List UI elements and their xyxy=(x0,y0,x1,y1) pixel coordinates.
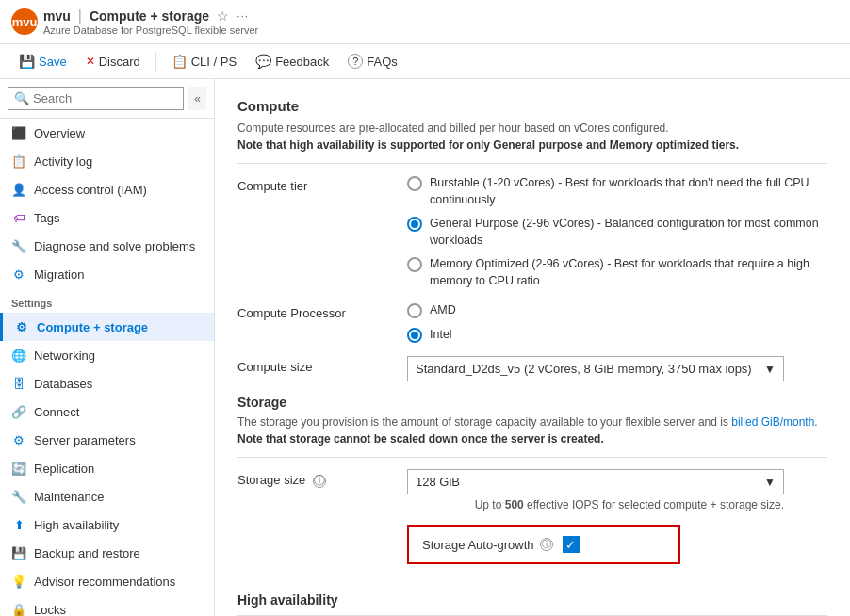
radio-intel[interactable]: Intel xyxy=(407,327,827,344)
sidebar-item-diagnose[interactable]: 🔧 Diagnose and solve problems xyxy=(0,232,214,260)
networking-icon: 🌐 xyxy=(11,348,26,363)
more-icon[interactable]: ··· xyxy=(237,9,249,23)
sidebar-item-label: Connect xyxy=(34,405,79,419)
sidebar-item-access-control[interactable]: 👤 Access control (IAM) xyxy=(0,175,214,203)
sidebar-item-label: Compute + storage xyxy=(37,320,148,334)
storage-size-row: Storage size ⓘ 128 GiB ▼ Up to 500 effec… xyxy=(237,469,827,511)
cli-button[interactable]: 📋 CLI / PS xyxy=(164,50,244,73)
storage-desc1-text: The storage you provision is the amount … xyxy=(237,415,818,429)
radio-burstable-circle xyxy=(407,176,422,191)
sidebar-item-label: Overview xyxy=(34,126,85,140)
compute-processor-control: AMD Intel xyxy=(407,302,827,343)
tags-icon: 🏷 xyxy=(11,210,26,225)
feedback-label: Feedback xyxy=(275,55,329,69)
sidebar-item-label: Maintenance xyxy=(34,490,104,504)
faqs-icon: ? xyxy=(348,54,363,69)
sidebar-item-connect[interactable]: 🔗 Connect xyxy=(0,397,214,426)
backup-restore-icon: 💾 xyxy=(11,545,26,560)
content-area: Compute Compute resources are pre-alloca… xyxy=(215,79,850,616)
compute-size-value: Standard_D2ds_v5 (2 vCores, 8 GiB memory… xyxy=(416,362,764,376)
sidebar-item-replication[interactable]: 🔄 Replication xyxy=(0,454,214,482)
sidebar-item-networking[interactable]: 🌐 Networking xyxy=(0,341,214,369)
maintenance-icon: 🔧 xyxy=(11,489,26,504)
feedback-button[interactable]: 💬 Feedback xyxy=(248,50,336,73)
compute-processor-radio-group: AMD Intel xyxy=(407,302,827,343)
storage-divider xyxy=(237,457,827,458)
storage-title: Storage xyxy=(237,395,827,410)
storage-size-dropdown-arrow: ▼ xyxy=(764,476,776,489)
sidebar-item-locks[interactable]: 🔒 Locks xyxy=(0,595,214,616)
toolbar-separator-1 xyxy=(155,52,156,71)
sidebar-collapse-button[interactable]: « xyxy=(188,87,206,110)
compute-title: Compute xyxy=(237,98,827,114)
high-availability-icon: ⬆ xyxy=(11,517,26,532)
compute-divider xyxy=(237,163,827,164)
compute-tier-row: Compute tier Burstable (1-20 vCores) - B… xyxy=(237,175,827,289)
radio-general-label: General Purpose (2-96 vCores) - Balanced… xyxy=(430,216,827,249)
storage-size-label: Storage size ⓘ xyxy=(237,469,388,488)
iops-note2: effective IOPS for selected compute + st… xyxy=(527,498,784,511)
sidebar-item-overview[interactable]: ⬛ Overview xyxy=(0,119,214,147)
app-title: mvu xyxy=(43,8,71,24)
feedback-icon: 💬 xyxy=(255,54,271,69)
autogrowth-checkbox[interactable]: ✓ xyxy=(563,536,580,553)
compute-storage-icon: ⚙ xyxy=(14,319,29,334)
sidebar-item-databases[interactable]: 🗄 Databases xyxy=(0,369,214,397)
app-subtitle: Azure Database for PostgreSQL flexible s… xyxy=(43,24,258,36)
advisor-icon: 💡 xyxy=(11,574,26,589)
sidebar-item-migration[interactable]: ⚙ Migration xyxy=(0,260,214,288)
storage-size-value: 128 GiB xyxy=(416,475,764,489)
save-icon: 💾 xyxy=(19,54,35,69)
autogrowth-box: Storage Auto-growth ⓘ ✓ xyxy=(407,525,680,564)
storage-size-dropdown[interactable]: 128 GiB ▼ xyxy=(407,469,784,494)
search-wrap: 🔍 xyxy=(8,87,184,110)
compute-processor-label: Compute Processor xyxy=(237,302,388,320)
star-icon[interactable]: ☆ xyxy=(217,8,229,24)
sidebar-item-compute-storage[interactable]: ⚙ Compute + storage xyxy=(0,313,214,341)
access-control-icon: 👤 xyxy=(11,182,26,197)
search-icon: 🔍 xyxy=(14,91,29,105)
autogrowth-info-icon[interactable]: ⓘ xyxy=(540,538,553,551)
sidebar-item-backup-restore[interactable]: 💾 Backup and restore xyxy=(0,539,214,567)
search-input[interactable] xyxy=(8,87,184,110)
compute-desc2: Note that high availability is supported… xyxy=(237,138,827,152)
sidebar-item-advisor[interactable]: 💡 Advisor recommendations xyxy=(0,567,214,595)
app-icon: mvu xyxy=(11,8,38,35)
main-layout: 🔍 « ⬛ Overview 📋 Activity log 👤 Access c… xyxy=(0,79,850,616)
sidebar-item-label: Diagnose and solve problems xyxy=(34,239,195,253)
ha-section: High availability High availability ⓘ No… xyxy=(237,592,827,616)
ha-title: High availability xyxy=(237,592,827,608)
sidebar-item-label: Backup and restore xyxy=(34,546,140,560)
toolbar: 💾 Save ✕ Discard 📋 CLI / PS 💬 Feedback ?… xyxy=(0,44,850,79)
diagnose-icon: 🔧 xyxy=(11,238,26,253)
faqs-label: FAQs xyxy=(367,55,398,69)
radio-amd[interactable]: AMD xyxy=(407,302,827,319)
storage-desc2-text: Note that storage cannot be scaled down … xyxy=(237,432,604,446)
compute-desc1: Compute resources are pre-allocated and … xyxy=(237,122,827,135)
compute-size-dropdown[interactable]: Standard_D2ds_v5 (2 vCores, 8 GiB memory… xyxy=(407,356,784,381)
sidebar: 🔍 « ⬛ Overview 📋 Activity log 👤 Access c… xyxy=(0,79,215,616)
radio-memory-label: Memory Optimized (2-96 vCores) - Best fo… xyxy=(430,256,827,289)
locks-icon: 🔒 xyxy=(11,602,26,616)
sidebar-item-label: Replication xyxy=(34,462,94,476)
storage-autogrowth-row: Storage Auto-growth ⓘ ✓ xyxy=(237,525,827,579)
radio-memory[interactable]: Memory Optimized (2-96 vCores) - Best fo… xyxy=(407,256,827,289)
sidebar-item-label: Tags xyxy=(34,211,59,225)
faqs-button[interactable]: ? FAQs xyxy=(340,50,405,73)
sidebar-item-maintenance[interactable]: 🔧 Maintenance xyxy=(0,482,214,511)
sidebar-item-high-availability[interactable]: ⬆ High availability xyxy=(0,511,214,539)
page-title: Compute + storage xyxy=(90,8,209,24)
storage-autogrowth-control: Storage Auto-growth ⓘ ✓ xyxy=(407,525,827,579)
storage-size-info-icon[interactable]: ⓘ xyxy=(313,475,326,488)
autogrowth-label: Storage Auto-growth ⓘ xyxy=(422,538,553,552)
sidebar-item-tags[interactable]: 🏷 Tags xyxy=(0,203,214,232)
cli-icon: 📋 xyxy=(172,54,188,69)
save-button[interactable]: 💾 Save xyxy=(11,50,74,73)
radio-amd-label: AMD xyxy=(430,302,456,319)
radio-general[interactable]: General Purpose (2-96 vCores) - Balanced… xyxy=(407,216,827,249)
discard-button[interactable]: ✕ Discard xyxy=(78,51,148,73)
radio-burstable[interactable]: Burstable (1-20 vCores) - Best for workl… xyxy=(407,175,827,208)
sidebar-item-activity-log[interactable]: 📋 Activity log xyxy=(0,147,214,175)
compute-tier-radio-group: Burstable (1-20 vCores) - Best for workl… xyxy=(407,175,827,289)
sidebar-item-server-parameters[interactable]: ⚙ Server parameters xyxy=(0,426,214,454)
